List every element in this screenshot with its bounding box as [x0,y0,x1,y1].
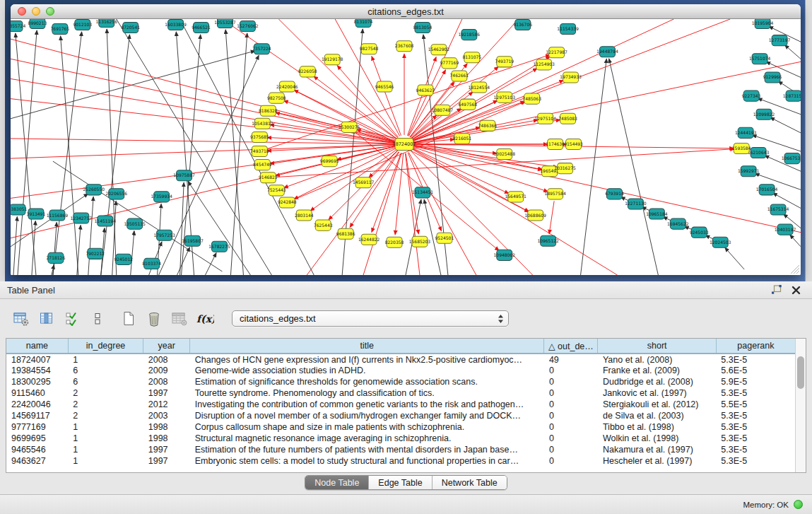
cell-out_degree[interactable]: 0 [544,399,598,410]
cell-year[interactable]: 2008 [143,354,190,365]
cell-short[interactable]: Stergiakouli et al. (2012) [598,399,716,410]
graph-node[interactable]: 25300275 [339,122,360,132]
cell-title[interactable]: Estimation of significance thresholds fo… [190,376,544,387]
graph-node[interactable]: 7625443 [314,220,333,230]
graph-node[interactable]: 1174636 [546,139,565,149]
graph-node[interactable]: 10025488 [494,149,516,160]
graph-node[interactable]: 7462661 [450,71,469,81]
graph-node[interactable]: 9245012 [114,254,133,264]
table-row[interactable]: 1872400712008Changes of HCN gene express… [6,354,795,365]
graph-node[interactable]: 16244822 [358,234,380,245]
graph-node[interactable]: 9827548 [360,44,379,54]
table-row[interactable]: 969969511998Structural magnetic resonanc… [6,433,795,444]
cell-name[interactable]: 9777169 [6,421,68,433]
graph-node[interactable]: 9146821 [259,173,278,183]
graph-node[interactable]: 12975104 [534,113,556,124]
graph-node[interactable]: 19448794 [596,47,618,57]
cell-in_degree[interactable]: 6 [68,365,143,376]
graph-node[interactable]: 9012103 [73,20,92,30]
graph-node[interactable]: 12342757 [71,213,93,223]
graph-node[interactable]: 10543812 [252,118,273,129]
cell-in_degree[interactable]: 1 [68,354,143,365]
cell-title[interactable]: Investigating the contribution of common… [190,399,544,410]
graph-node[interactable]: 12099822 [753,109,775,119]
cell-in_degree[interactable]: 2 [68,410,143,421]
cell-pagerank[interactable]: 5.3E-5 [716,387,795,399]
graph-node[interactable]: 9827508 [267,93,286,103]
cell-in_degree[interactable]: 1 [68,433,143,444]
new-file-icon[interactable] [119,310,138,328]
graph-node[interactable]: 9524501 [435,233,454,243]
cell-out_degree[interactable]: 49 [544,354,598,365]
graph-node[interactable]: 10355724 [11,21,25,32]
cell-pagerank[interactable]: 5.5E-5 [716,399,795,410]
graph-node[interactable]: 12024503 [710,237,731,247]
graph-node[interactable]: 10948062 [494,250,516,260]
graph-node[interactable]: 15992971 [738,166,760,177]
graph-node[interactable]: 11154339 [557,24,579,35]
graph-node[interactable]: 12217987 [546,47,567,58]
graph-node[interactable]: 16195807 [182,235,204,246]
cell-in_degree[interactable]: 2 [68,387,143,399]
cell-short[interactable]: Wolkin et al. (1998) [598,433,716,444]
graph-node[interactable]: 9136706 [513,20,532,30]
cell-pagerank[interactable]: 5.6E-5 [716,365,795,376]
cell-out_degree[interactable]: 0 [544,433,598,444]
graph-node[interactable]: 17957253 [153,230,175,240]
cell-short[interactable]: Jankovic et al. (1997) [598,387,716,399]
graph-node[interactable]: 8990213 [28,19,47,29]
graph-node[interactable]: 9242848 [278,197,297,208]
graph-node[interactable]: 7486366 [478,120,497,131]
cell-title[interactable]: Estimation of the future numbers of pati… [190,444,544,455]
cell-out_degree[interactable]: 0 [544,421,598,433]
column-header-year[interactable]: year [143,339,190,354]
graph-node[interactable]: 19218586 [459,30,481,40]
cell-name[interactable]: 19384554 [6,365,68,376]
graph-node[interactable]: 9383051 [11,204,27,215]
cell-short[interactable]: de Silva et al. (2003) [598,410,716,421]
graph-node[interactable]: 7357224 [252,44,271,54]
cell-pagerank[interactable]: 5.3E-5 [716,354,795,365]
cell-year[interactable]: 1998 [143,421,190,433]
cell-short[interactable]: Yano et al. (2008) [598,354,716,365]
graph-node[interactable]: 9245033 [690,227,709,238]
cell-title[interactable]: Changes of HCN gene expression and I(f) … [190,354,544,365]
column-header-in_degree[interactable]: in_degree [68,339,143,354]
zoom-window-button[interactable] [46,7,54,16]
select-all-rows-icon[interactable] [62,310,81,328]
cell-year[interactable]: 1997 [143,444,190,455]
graph-node[interactable]: 19734933 [560,72,582,83]
cell-name[interactable]: 9465546 [6,444,68,455]
cell-in_degree[interactable]: 1 [68,455,143,467]
cell-in_degree[interactable]: 1 [68,421,143,433]
function-builder-icon[interactable]: f(x) [195,310,214,328]
graph-node[interactable]: 18124554 [469,82,490,93]
table-row[interactable]: 1938455462009Genome-wide association stu… [6,365,795,376]
cell-title[interactable]: Embryonic stem cells: a model to study s… [190,455,544,467]
graph-node[interactable]: 2803144 [295,210,314,221]
graph-node[interactable]: 10195904 [752,19,774,29]
cell-name[interactable]: 22420046 [6,399,68,410]
memory-ok-indicator-icon[interactable] [794,500,803,509]
graph-node[interactable]: 9699695 [320,156,339,167]
graph-node[interactable]: 8131074 [354,19,373,28]
cell-in_degree[interactable]: 1 [68,444,143,455]
graph-node[interactable]: 10553287 [214,19,236,28]
cell-pagerank[interactable]: 5.9E-5 [716,376,795,387]
graph-node[interactable]: 15751074 [749,54,771,64]
table-settings-icon[interactable] [11,310,30,328]
close-panel-icon[interactable] [792,286,801,295]
graph-node[interactable]: 12975103 [494,92,516,103]
column-header-name[interactable]: name [6,339,68,354]
cell-out_degree[interactable]: 0 [544,387,598,399]
table-row[interactable]: 946362711997Embryonic stem cells: a mode… [6,455,795,467]
table-row[interactable]: 977716911998Corpus callosum shape and si… [6,421,795,433]
graph-node[interactable]: 2367608 [395,41,414,52]
graph-node[interactable]: 11451194 [95,216,117,226]
cell-name[interactable]: 9463627 [6,455,68,467]
cell-out_degree[interactable]: 0 [544,455,598,467]
cell-title[interactable]: Structural magnetic resonance image aver… [190,433,544,444]
window-resize-grip-icon[interactable] [789,263,800,274]
graph-node[interactable]: 7485063 [522,93,541,104]
column-header-short[interactable]: short [598,339,716,354]
